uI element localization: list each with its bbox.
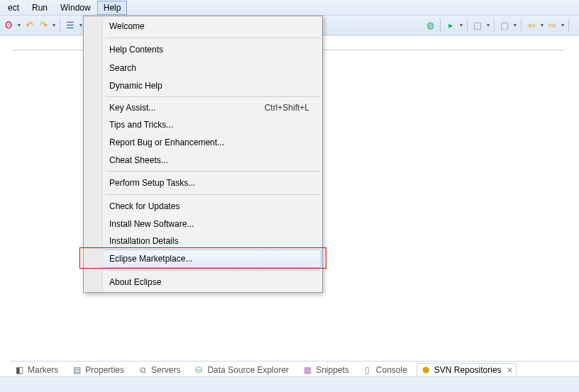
globe-icon[interactable]: ◍ <box>424 20 436 31</box>
bottom-view-tabs: ◧ Markers ▤ Properties ⧉ Servers ⛁ Data … <box>10 361 579 376</box>
datasource-icon: ⛁ <box>193 364 204 376</box>
menu-item-install-software[interactable]: Install New Software... <box>84 215 321 233</box>
menu-item-cheat-sheets[interactable]: Cheat Sheets... <box>84 152 321 169</box>
help-menu-dropdown: ✳ Welcome ? Help Contents ✦ Search Dynam… <box>83 16 323 293</box>
tab-properties[interactable]: ▤ Properties <box>67 363 128 377</box>
close-icon[interactable]: ✕ <box>507 366 513 375</box>
menu-item-help-contents[interactable]: ? Help Contents <box>84 40 321 59</box>
menu-separator <box>106 171 320 172</box>
svn-icon: ⬢ <box>420 364 431 376</box>
menu-item-eclipse-marketplace[interactable]: ⬢ Eclipse Marketplace... <box>84 250 321 268</box>
menu-item-search[interactable]: ✦ Search <box>84 59 321 77</box>
undo-icon[interactable]: ↶ <box>23 20 35 31</box>
new-file-icon[interactable]: ▢ <box>472 20 483 31</box>
tab-data-source-explorer[interactable]: ⛁ Data Source Explorer <box>189 363 292 377</box>
menu-item-key-assist[interactable]: Key Assist... Ctrl+Shift+L <box>84 99 321 116</box>
menu-item-about-eclipse[interactable]: ◉ About Eclipse <box>84 273 321 291</box>
tab-servers[interactable]: ⧉ Servers <box>133 363 184 377</box>
console-icon: ▯ <box>362 364 373 376</box>
debug-icon[interactable]: ʘ <box>3 20 14 31</box>
menu-item-tips-tricks[interactable]: Tips and Tricks... <box>84 116 321 133</box>
snippets-icon: ▦ <box>302 364 313 376</box>
menubar-item-project[interactable]: ect <box>1 1 26 15</box>
menu-item-report-bug[interactable]: ✱ Report Bug or Enhancement... <box>84 133 321 152</box>
servers-icon: ⧉ <box>137 364 148 376</box>
menu-separator <box>106 194 320 195</box>
menubar-item-window[interactable]: Window <box>54 1 97 15</box>
properties-icon: ▤ <box>71 364 82 376</box>
menubar-item-help[interactable]: Help <box>97 1 128 15</box>
menu-item-installation-details[interactable]: Installation Details <box>84 233 321 250</box>
menubar-item-run[interactable]: Run <box>26 1 54 15</box>
tab-svn-repositories[interactable]: ⬢ SVN Repositories ✕ <box>417 363 517 377</box>
menu-item-perform-setup[interactable]: ✦ Perform Setup Tasks... <box>84 174 321 192</box>
menubar: ect Run Window Help <box>0 0 579 16</box>
menu-separator <box>106 38 320 38</box>
back-icon[interactable]: ⇦ <box>526 20 537 31</box>
menu-item-check-updates[interactable]: ✦ Check for Updates <box>84 197 321 215</box>
tab-markers[interactable]: ◧ Markers <box>10 363 62 377</box>
open-type-icon[interactable]: ▢ <box>499 20 510 31</box>
menu-separator <box>106 270 320 271</box>
menu-item-dynamic-help[interactable]: Dynamic Help <box>84 77 321 94</box>
forward-icon[interactable]: ⇨ <box>546 20 558 31</box>
tab-console[interactable]: ▯ Console <box>358 363 411 377</box>
redo-icon[interactable]: ↷ <box>38 20 49 31</box>
statusbar <box>0 376 579 392</box>
list-icon[interactable]: ☰ <box>65 20 76 31</box>
markers-icon: ◧ <box>13 364 25 376</box>
menu-separator <box>106 96 320 97</box>
menu-item-welcome[interactable]: ✳ Welcome <box>84 17 321 35</box>
tab-snippets[interactable]: ▦ Snippets <box>298 363 353 377</box>
run-ext-icon[interactable]: ▸ <box>445 20 456 31</box>
